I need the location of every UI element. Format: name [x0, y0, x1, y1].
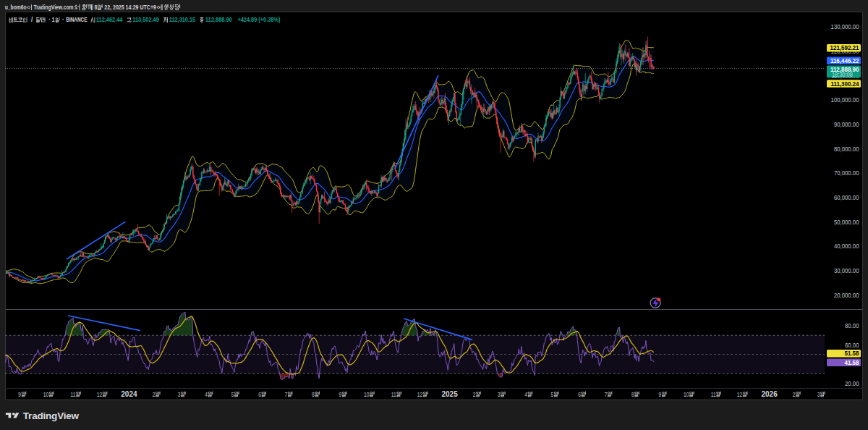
svg-text:60,000.00: 60,000.00: [834, 193, 859, 201]
svg-text:BINANCE: BINANCE: [66, 17, 88, 23]
svg-text:40,000.00: 40,000.00: [834, 242, 859, 250]
svg-text:2: 2: [153, 392, 156, 398]
svg-text:4: 4: [205, 392, 208, 398]
svg-text:111,300.24: 111,300.24: [830, 80, 859, 88]
svg-text:9: 9: [18, 392, 21, 398]
svg-text:112,462.44: 112,462.44: [96, 17, 123, 23]
svg-text:90,000.00: 90,000.00: [834, 120, 859, 128]
svg-text:12: 12: [97, 392, 103, 398]
svg-text:112,310.15: 112,310.15: [169, 17, 196, 23]
svg-text:121,592.21: 121,592.21: [830, 43, 860, 51]
svg-text:2: 2: [793, 392, 796, 398]
svg-text:12: 12: [417, 392, 423, 398]
svg-text:1: 1: [52, 17, 55, 23]
svg-text:10: 10: [43, 392, 49, 398]
svg-text:51.58: 51.58: [845, 349, 860, 357]
svg-text:3: 3: [178, 392, 181, 398]
svg-text:8: 8: [631, 392, 634, 398]
svg-text:6: 6: [258, 392, 261, 398]
svg-text:8: 8: [312, 392, 315, 398]
svg-text:·: ·: [62, 17, 64, 23]
svg-text:+424.89 (+0.38%): +424.89 (+0.38%): [237, 17, 280, 23]
svg-text:2026: 2026: [762, 390, 778, 398]
svg-text:·: ·: [48, 17, 51, 23]
svg-text:3: 3: [817, 392, 820, 398]
svg-text:30,000.00: 30,000.00: [834, 266, 859, 274]
svg-text:113,502.49: 113,502.49: [132, 17, 159, 23]
svg-text:2025: 2025: [442, 390, 459, 398]
svg-text:41.58: 41.58: [845, 358, 860, 366]
svg-text:7: 7: [284, 392, 287, 398]
svg-text:11: 11: [711, 392, 716, 398]
svg-text:10: 10: [684, 392, 689, 398]
svg-text:7: 7: [604, 392, 607, 398]
svg-text:60.00: 60.00: [845, 341, 859, 349]
svg-text:2: 2: [473, 392, 476, 398]
svg-text:130,000.00: 130,000.00: [831, 22, 859, 30]
svg-text:4: 4: [524, 392, 527, 398]
svg-text:3: 3: [498, 392, 501, 398]
svg-text:TradingView: TradingView: [23, 410, 80, 421]
svg-text:50,000.00: 50,000.00: [834, 218, 859, 226]
svg-text:18:30:08: 18:30:08: [832, 71, 853, 78]
svg-text:2024: 2024: [121, 390, 137, 398]
svg-text:11: 11: [71, 392, 76, 398]
svg-text:70,000.00: 70,000.00: [834, 169, 859, 177]
svg-text:20,000.00: 20,000.00: [834, 291, 859, 299]
svg-text:112,888.90: 112,888.90: [205, 17, 232, 23]
svg-text:20.00: 20.00: [845, 379, 859, 387]
svg-text:9: 9: [339, 392, 342, 398]
svg-text:5: 5: [551, 392, 554, 398]
svg-text:TradingView.com: TradingView.com: [34, 4, 74, 11]
svg-text:22, 2025 14:29 UTC+9: 22, 2025 14:29 UTC+9: [104, 4, 156, 11]
svg-text:u_bom6o: u_bom6o: [5, 4, 27, 11]
svg-text:6: 6: [578, 392, 581, 398]
svg-text:10: 10: [364, 392, 370, 398]
svg-text:11: 11: [391, 392, 396, 398]
svg-text:80,000.00: 80,000.00: [834, 145, 859, 153]
svg-text:116,446.22: 116,446.22: [830, 56, 859, 64]
svg-text:9: 9: [659, 392, 662, 398]
svg-text:100,000.00: 100,000.00: [831, 96, 859, 104]
svg-text:8: 8: [94, 4, 97, 11]
svg-text:12: 12: [737, 392, 743, 398]
svg-text:5: 5: [231, 392, 234, 398]
svg-text:80.00: 80.00: [845, 321, 859, 329]
